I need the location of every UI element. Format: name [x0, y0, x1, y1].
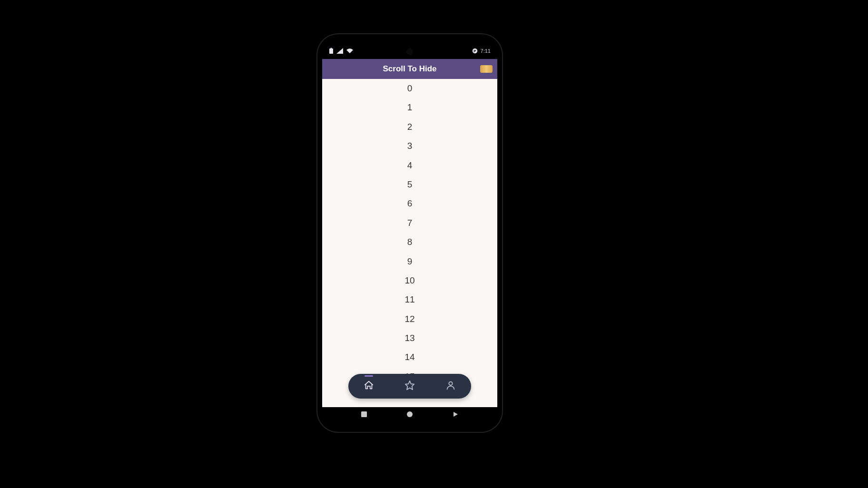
- list-item[interactable]: 6: [322, 194, 497, 213]
- list-item[interactable]: 4: [322, 156, 497, 175]
- list-item[interactable]: 3: [322, 137, 497, 156]
- list-item[interactable]: 2: [322, 117, 497, 137]
- list-item[interactable]: 5: [322, 175, 497, 194]
- list-item[interactable]: 0: [322, 79, 497, 98]
- system-nav-bar: [322, 407, 497, 423]
- wifi-icon: [346, 48, 354, 54]
- list-item[interactable]: 14: [322, 348, 497, 367]
- svg-marker-2: [336, 48, 343, 54]
- svg-marker-5: [405, 381, 414, 390]
- recent-apps-icon: [361, 411, 367, 420]
- list-item[interactable]: 12: [322, 310, 497, 329]
- svg-marker-9: [454, 412, 458, 417]
- list-container: 0 1 2 3 4 5 6 7 8 9 10 11 12 13 14 15 16: [322, 79, 497, 406]
- person-icon: [445, 380, 456, 392]
- list-item[interactable]: 11: [322, 290, 497, 309]
- svg-point-8: [407, 411, 413, 417]
- list-item[interactable]: 9: [322, 252, 497, 271]
- svg-point-6: [449, 382, 452, 385]
- bottom-nav: [348, 374, 471, 399]
- phone-screen: P 7:11 Scroll To Hide 0 1 2 3 4 5 6 7 8 …: [322, 43, 497, 423]
- back-icon: [452, 411, 459, 420]
- nav-favorites-button[interactable]: [397, 377, 422, 396]
- svg-rect-7: [361, 411, 367, 417]
- pixel-icon: P: [472, 48, 478, 54]
- svg-rect-1: [331, 48, 332, 49]
- signal-icon: [336, 48, 343, 54]
- camera-notch: [406, 49, 413, 55]
- home-button[interactable]: [400, 407, 419, 423]
- status-right: P 7:11: [472, 48, 491, 54]
- nav-active-indicator: [365, 375, 373, 377]
- header-badge[interactable]: [480, 65, 493, 73]
- recent-apps-button[interactable]: [355, 407, 374, 423]
- battery-icon: [329, 48, 334, 54]
- svg-rect-0: [329, 49, 333, 54]
- app-title: Scroll To Hide: [383, 64, 436, 74]
- home-icon: [364, 380, 374, 392]
- status-time: 7:11: [481, 48, 491, 54]
- list-item[interactable]: 13: [322, 329, 497, 348]
- home-button-icon: [406, 411, 413, 420]
- list-item[interactable]: 10: [322, 271, 497, 290]
- nav-profile-button[interactable]: [438, 377, 463, 396]
- back-button[interactable]: [446, 407, 465, 423]
- app-header: Scroll To Hide: [322, 59, 497, 79]
- star-icon: [404, 380, 415, 392]
- list-item[interactable]: 8: [322, 233, 497, 252]
- nav-home-button[interactable]: [356, 377, 381, 396]
- svg-text:P: P: [473, 49, 476, 53]
- list-item[interactable]: 1: [322, 98, 497, 117]
- list-item[interactable]: 7: [322, 214, 497, 233]
- scroll-list[interactable]: 0 1 2 3 4 5 6 7 8 9 10 11 12 13 14 15 16: [322, 79, 497, 407]
- phone-frame: P 7:11 Scroll To Hide 0 1 2 3 4 5 6 7 8 …: [316, 33, 503, 433]
- status-left: [329, 48, 354, 54]
